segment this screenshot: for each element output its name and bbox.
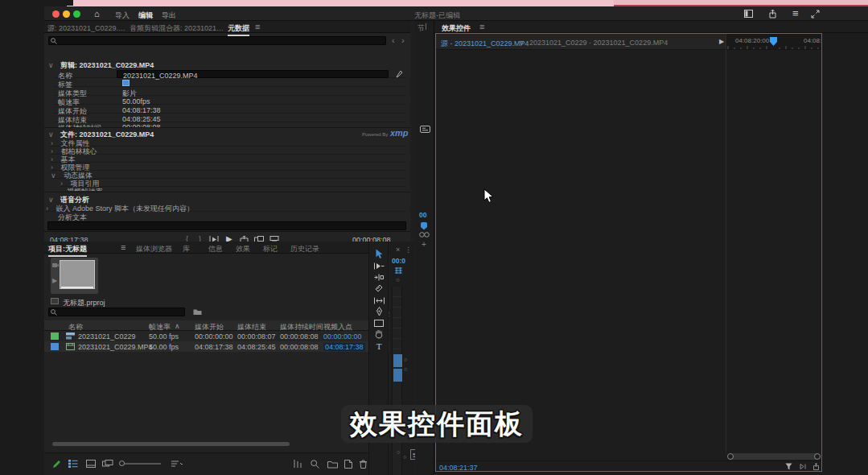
- list-view-icon[interactable]: [68, 460, 78, 468]
- timeline-track-lane[interactable]: [392, 287, 402, 475]
- timeline-clip-audio[interactable]: [393, 369, 402, 382]
- loop-icon[interactable]: [419, 232, 430, 238]
- timeline-marker-icon[interactable]: ○: [396, 276, 400, 283]
- clip-section-header[interactable]: ∨ 剪辑: 20231021_C0229.MP4: [48, 60, 406, 68]
- file-tree-row[interactable]: › 基本: [51, 155, 406, 163]
- speech-section-header[interactable]: ∨ 语音分析: [48, 195, 406, 203]
- file-tree-row[interactable]: › 权限管理: [51, 163, 406, 171]
- captions-icon[interactable]: [420, 126, 430, 133]
- hand-tool-icon[interactable]: [369, 328, 389, 340]
- effect-controls-ruler[interactable]: 04:08:20:00 04:08:25:0: [726, 34, 821, 50]
- tab-history[interactable]: 历史记录: [290, 244, 319, 254]
- zoom-slider-knob[interactable]: [119, 461, 125, 466]
- label-color-swatch[interactable]: [122, 80, 130, 86]
- sort-options-icon[interactable]: [171, 461, 183, 467]
- filter-icon[interactable]: [785, 463, 792, 470]
- tab-info[interactable]: 信息: [208, 244, 223, 254]
- menu-import[interactable]: 导入: [115, 10, 130, 21]
- minimize-window-button[interactable]: [63, 10, 70, 18]
- ec-zoom-scrollbar[interactable]: [729, 453, 819, 460]
- chevron-left-icon[interactable]: ‹: [392, 35, 395, 45]
- ripple-edit-tool-icon[interactable]: [369, 271, 389, 283]
- file-tree-row[interactable]: ∨ 动态媒体: [51, 171, 406, 179]
- button-editor-plus-icon[interactable]: +: [422, 240, 426, 249]
- zoom-handle-left[interactable]: [727, 453, 734, 460]
- pen-tool-icon[interactable]: [369, 306, 389, 317]
- tab-source-monitor[interactable]: 源: 20231021_C0229.MP4: [47, 23, 126, 34]
- source-clip-label[interactable]: 源 - 20231021_C0229.MP4: [441, 39, 529, 49]
- project-search-input[interactable]: [48, 308, 185, 316]
- panel-menu-icon[interactable]: ≡: [121, 242, 125, 252]
- tab-project[interactable]: 项目:无标题: [48, 244, 87, 257]
- file-tree-row[interactable]: › 文件属性: [51, 138, 406, 147]
- home-icon[interactable]: ⌂: [94, 9, 100, 19]
- panel-dots-icon[interactable]: ⋮: [405, 246, 412, 254]
- label-swatch-blue[interactable]: [51, 343, 59, 350]
- timeline-settings-icon[interactable]: [395, 267, 402, 274]
- close-window-button[interactable]: [52, 10, 60, 18]
- edit-pen-icon[interactable]: [396, 70, 403, 78]
- tab-program-truncated[interactable]: 节: [418, 23, 425, 34]
- chevron-down-icon[interactable]: ∨: [519, 39, 525, 47]
- file-tree-subrow[interactable]: › 项目引用: [60, 179, 406, 187]
- project-list-row[interactable]: 20231021_C0229.MP4 50.00 fps 04:08:17:38…: [44, 341, 410, 352]
- automate-to-sequence-icon[interactable]: [294, 460, 303, 468]
- zoom-slider[interactable]: [121, 463, 161, 465]
- delete-icon[interactable]: [360, 460, 367, 469]
- hamburger-menu-icon[interactable]: ≡: [792, 7, 799, 19]
- playhead-marker[interactable]: [770, 37, 777, 46]
- workspace-icon[interactable]: [744, 10, 753, 18]
- scroll-knob-icon[interactable]: ○: [403, 454, 406, 460]
- type-tool-icon[interactable]: T: [369, 341, 389, 352]
- chevron-right-icon[interactable]: ›: [401, 35, 405, 45]
- export-small-icon[interactable]: [812, 463, 820, 470]
- tab-audio-clip-mixer[interactable]: 音频剪辑混合器: 20231021_C0229.MP4: [130, 23, 226, 34]
- track-select-tool-icon[interactable]: [369, 260, 389, 271]
- sort-ascending-icon[interactable]: ∧: [175, 322, 180, 330]
- icon-view-icon[interactable]: [86, 460, 96, 468]
- new-bin-icon[interactable]: [327, 461, 338, 469]
- tab-media-browser[interactable]: 媒体浏览器: [136, 244, 172, 254]
- panel-menu-icon[interactable]: ≡: [479, 22, 484, 31]
- expand-icon[interactable]: [811, 10, 820, 19]
- scroll-knob-icon[interactable]: ○: [397, 449, 400, 455]
- track-toggle-icon[interactable]: ○: [404, 366, 407, 372]
- panel-menu-icon[interactable]: ≡: [255, 22, 260, 31]
- slip-tool-icon[interactable]: [369, 295, 389, 306]
- project-list-row[interactable]: 20231021_C0229 50.00 fps 00:00:00:00 00:…: [44, 331, 410, 341]
- selection-tool-icon[interactable]: [369, 248, 389, 259]
- name-input[interactable]: 20231021_C0229.MP4: [117, 70, 389, 78]
- tab-metadata[interactable]: 元数据: [228, 23, 249, 36]
- zoom-handle-right[interactable]: [814, 453, 821, 460]
- analyze-text-row[interactable]: 分析文本: [58, 213, 406, 221]
- speech-text-field[interactable]: [47, 221, 406, 230]
- freeform-view-icon[interactable]: [102, 460, 113, 468]
- new-item-icon[interactable]: [344, 460, 352, 469]
- tab-libraries[interactable]: 库: [183, 244, 190, 254]
- metadata-search-input[interactable]: [48, 36, 386, 45]
- bin-folder-icon[interactable]: [193, 308, 202, 316]
- timeline-clip-video[interactable]: [393, 354, 402, 367]
- lane-divider[interactable]: [726, 34, 726, 453]
- file-section-header[interactable]: ∨ 文件: 20231021_C0229.MP4: [48, 130, 406, 138]
- razor-tool-icon[interactable]: [369, 283, 389, 294]
- find-icon[interactable]: [311, 460, 319, 469]
- rectangle-tool-icon[interactable]: [369, 317, 389, 328]
- share-icon[interactable]: [768, 9, 777, 19]
- zoom-window-button[interactable]: [73, 10, 80, 18]
- tab-markers[interactable]: 标记: [263, 244, 278, 254]
- project-file-row[interactable]: 无标题.prproj: [51, 297, 212, 306]
- speech-embed-row[interactable]: › 嵌入 Adobe Story 脚本（未发现任何内容）: [46, 204, 406, 212]
- close-panel-icon[interactable]: ×: [396, 246, 400, 254]
- track-toggle-icon[interactable]: ○: [404, 357, 407, 362]
- expand-timeline-icon[interactable]: ▶: [719, 38, 724, 45]
- effect-properties-area[interactable]: [436, 51, 726, 453]
- preview-thumbnail[interactable]: ▶: [51, 258, 98, 294]
- project-hscrollbar[interactable]: [52, 442, 290, 446]
- tab-effects[interactable]: 效果: [236, 244, 250, 254]
- menu-export[interactable]: 导出: [162, 10, 176, 21]
- writable-pen-icon[interactable]: [52, 460, 61, 469]
- label-swatch-green[interactable]: [51, 332, 59, 340]
- play-only-icon[interactable]: [800, 464, 807, 469]
- file-tree-row[interactable]: › 都柏林核心: [51, 147, 406, 155]
